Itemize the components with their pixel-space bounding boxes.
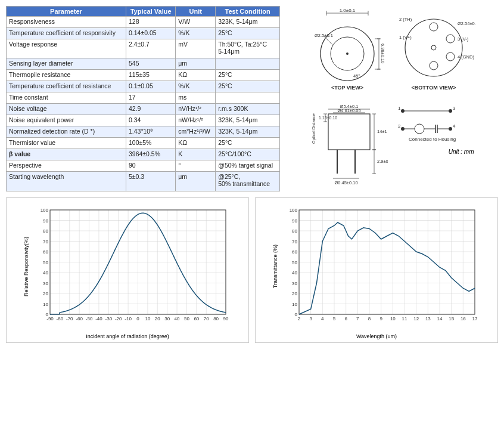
table-cell: Temperature coefficient of responsivity [7, 28, 126, 39]
svg-text:6.38±0.10: 6.38±0.10 [380, 44, 385, 63]
right-chart-canvas [278, 201, 481, 332]
table-cell: @25°C, 50% transmittance [216, 172, 280, 191]
table-cell: 323K, 5-14μm [216, 115, 280, 126]
svg-text:2 (TH): 2 (TH) [399, 17, 412, 22]
svg-text:Optical Distance: Optical Distance [312, 113, 316, 144]
table-cell: 25°C [216, 70, 280, 81]
svg-point-15 [346, 52, 349, 55]
top-view-svg: 1.0±0.1 Ø2.5±0.1 6.3 [309, 6, 386, 89]
svg-point-21 [430, 61, 438, 70]
svg-text:1 (V+): 1 (V+) [399, 35, 412, 40]
pin-schematic-svg: 1 3 2 4 Connected to Housing [397, 102, 474, 144]
table-cell: 25°C [216, 138, 280, 149]
svg-point-19 [446, 35, 455, 43]
col-typical: Typical Value [126, 7, 175, 17]
table-cell: Voltage response [7, 39, 126, 58]
table-cell: K [176, 149, 216, 160]
svg-point-54 [449, 109, 452, 113]
svg-text:3 (V-): 3 (V-) [458, 36, 469, 42]
table-cell [216, 58, 280, 70]
table-cell: %/K [176, 28, 216, 39]
left-y-label: Relative Responsivity(%) [23, 237, 29, 296]
diagram-middle: Optical Distance Ø5.4±0.1 Ø4.61±0.05 [310, 96, 474, 191]
table-cell: 0.1±0.05 [126, 81, 175, 92]
table-cell: 42.9 [126, 104, 175, 115]
svg-text:Ø4.61±0.05: Ø4.61±0.05 [337, 108, 360, 113]
svg-point-53 [401, 109, 405, 113]
bottom-view-svg: 2 (TH) Ø2.54±0.10 1 (V+) 3 (V-) 4 (GND) … [398, 6, 475, 89]
table-cell: Temperature coefficient of resistance [7, 81, 126, 92]
svg-text:<BOTTOM VIEW>: <BOTTOM VIEW> [412, 85, 456, 89]
svg-text:2: 2 [398, 123, 401, 129]
table-cell: 128 [126, 17, 175, 28]
unit-mm-label: Unit : mm [397, 149, 474, 155]
table-cell: KΩ [176, 138, 216, 149]
top-section: Parameter Typical Value Unit Test Condit… [6, 6, 498, 191]
svg-point-64 [449, 127, 452, 131]
table-cell: 5±0.3 [126, 172, 175, 191]
table-cell: r.m.s 300K [216, 104, 280, 115]
right-x-label: Wavelength (um) [356, 333, 397, 339]
table-cell: Noise equivalent power [7, 115, 126, 126]
spec-table: Parameter Typical Value Unit Test Condit… [6, 6, 280, 191]
table-cell: %/K [176, 81, 216, 92]
svg-point-22 [431, 45, 436, 50]
table-cell: 90 [126, 160, 175, 172]
table-cell: 323K, 5-14μm [216, 126, 280, 138]
svg-text:4: 4 [453, 123, 456, 129]
left-chart-container: Relative Responsivity(%) Incident angle … [6, 197, 249, 343]
svg-text:Ø2.54±0.10: Ø2.54±0.10 [458, 21, 475, 26]
svg-point-18 [430, 23, 438, 31]
table-cell: Sensing layer diameter [7, 58, 126, 70]
table-cell: Perspective [7, 160, 126, 172]
table-cell: Thermistor value [7, 138, 126, 149]
svg-point-58 [415, 124, 424, 134]
table-cell: Time constant [7, 92, 126, 104]
table-cell: Starting wavelength [7, 172, 126, 191]
table-cell: μm [176, 58, 216, 70]
table-cell: Thermopile resistance [7, 70, 126, 81]
main-container: Parameter Typical Value Unit Test Condit… [0, 0, 504, 349]
table-cell: Normalized detection rate (D *) [7, 126, 126, 138]
svg-text:1.0±0.1: 1.0±0.1 [340, 8, 356, 13]
table-cell: V/W [176, 17, 216, 28]
svg-text:14±1: 14±1 [377, 129, 387, 134]
table-cell: Noise voltage [7, 104, 126, 115]
table-cell: 25°C/100°C [216, 149, 280, 160]
svg-point-20 [446, 52, 455, 61]
svg-text:4 (GND): 4 (GND) [458, 54, 474, 60]
left-x-label: Incident angle of radiation (degree) [86, 333, 169, 339]
svg-text:<TOP VIEW>: <TOP VIEW> [331, 85, 363, 89]
svg-point-63 [401, 127, 405, 131]
table-cell: cm*Hz¹/²/W [176, 126, 216, 138]
right-chart-container: Transmittance (%) Wavelength (um) [255, 197, 498, 343]
svg-text:3: 3 [453, 106, 456, 111]
svg-text:1: 1 [398, 106, 401, 111]
bottom-section: Relative Responsivity(%) Incident angle … [6, 197, 498, 343]
table-cell: 323K, 5-14μm [216, 17, 280, 28]
table-cell: nV/Hz¹/² [176, 104, 216, 115]
table-cell: 2.4±0.7 [126, 39, 175, 58]
svg-text:45°: 45° [353, 73, 360, 79]
svg-text:2.9±0.1: 2.9±0.1 [377, 159, 388, 164]
col-unit: Unit [176, 7, 216, 17]
side-view-svg: Optical Distance Ø5.4±0.1 Ø4.61±0.05 [310, 96, 388, 191]
col-test: Test Condition [216, 7, 280, 17]
table-cell: 17 [126, 92, 175, 104]
table-cell: KΩ [176, 70, 216, 81]
diagram-top: 1.0±0.1 Ø2.5±0.1 6.3 [309, 6, 475, 91]
table-cell: nW/Hz¹/² [176, 115, 216, 126]
table-cell: 1.43*10⁸ [126, 126, 175, 138]
svg-text:1.13±0.10: 1.13±0.10 [319, 116, 337, 120]
right-y-label: Transmittance (%) [272, 245, 278, 288]
svg-text:Ø2.5±0.1: Ø2.5±0.1 [315, 33, 333, 38]
svg-text:Ø0.45±0.10: Ø0.45±0.10 [334, 180, 357, 185]
table-cell: 100±5% [126, 138, 175, 149]
table-cell [216, 92, 280, 104]
table-cell: μm [176, 172, 216, 191]
left-chart-canvas [29, 201, 232, 332]
col-parameter: Parameter [7, 7, 126, 17]
table-cell: Th:50°C, Ta:25°C 5-14μm [216, 39, 280, 58]
table-cell: @50% target signal [216, 160, 280, 172]
table-cell: 25°C [216, 28, 280, 39]
